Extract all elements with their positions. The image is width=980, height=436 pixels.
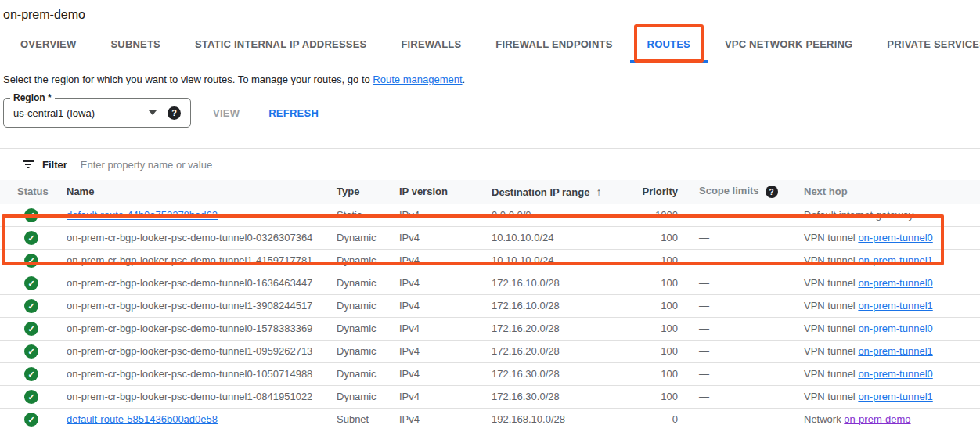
tab-subnets[interactable]: SUBNETS: [93, 26, 178, 63]
name-cell: on-prem-cr-bgp-looker-psc-demo-tunnel0-1…: [67, 362, 337, 385]
type-cell: Dynamic: [337, 226, 399, 249]
route-name: on-prem-cr-bgp-looker-psc-demo-tunnel0-0…: [67, 232, 312, 243]
name-cell: on-prem-cr-bgp-looker-psc-demo-tunnel1-4…: [67, 249, 337, 272]
status-cell: ✓: [0, 317, 67, 340]
priority-cell: 100: [609, 385, 679, 408]
scope-limits-cell: —: [679, 294, 804, 317]
table-row: ✓default-route-5851436b00ad0e58SubnetIPv…: [0, 408, 980, 431]
next-hop-cell: VPN tunnel on-prem-tunnel1: [804, 340, 980, 362]
name-cell: on-prem-cr-bgp-looker-psc-demo-tunnel1-0…: [67, 340, 337, 362]
next-hop-link[interactable]: on-prem-tunnel1: [858, 300, 932, 312]
column-status: Status: [0, 180, 67, 204]
column-ip-version[interactable]: IP version: [399, 180, 492, 204]
status-cell: ✓: [0, 272, 67, 294]
refresh-button[interactable]: REFRESH: [268, 107, 319, 119]
next-hop-link[interactable]: on-prem-tunnel1: [858, 254, 932, 266]
status-cell: ✓: [0, 226, 67, 249]
route-name-link[interactable]: default-route-44b0a753278bad62: [67, 209, 218, 221]
priority-cell: 100: [609, 226, 679, 249]
route-name-link[interactable]: default-route-5851436b00ad0e58: [67, 413, 218, 425]
name-cell: on-prem-cr-bgp-looker-psc-demo-tunnel0-0…: [67, 226, 337, 249]
route-name: on-prem-cr-bgp-looker-psc-demo-tunnel0-1…: [67, 368, 312, 380]
scope-limits-cell: —: [679, 272, 804, 294]
priority-cell: 100: [609, 249, 679, 272]
name-cell: on-prem-cr-bgp-looker-psc-demo-tunnel0-1…: [67, 272, 337, 294]
scope-limits-cell: —: [679, 385, 804, 408]
table-row: ✓on-prem-cr-bgp-looker-psc-demo-tunnel1-…: [0, 340, 980, 362]
tab-firewalls[interactable]: FIREWALLS: [384, 26, 478, 63]
status-ok-icon: ✓: [24, 367, 38, 381]
table-row: ✓on-prem-cr-bgp-looker-psc-demo-tunnel0-…: [0, 317, 980, 340]
next-hop-link[interactable]: on-prem-demo: [844, 413, 910, 425]
name-cell: default-route-44b0a753278bad62: [67, 204, 337, 226]
table-row: ✓on-prem-cr-bgp-looker-psc-demo-tunnel1-…: [0, 294, 980, 317]
status-ok-icon: ✓: [24, 390, 38, 404]
status-ok-icon: ✓: [24, 344, 38, 359]
name-cell: on-prem-cr-bgp-looker-psc-demo-tunnel0-1…: [67, 317, 337, 340]
next-hop-cell: VPN tunnel on-prem-tunnel1: [804, 249, 980, 272]
next-hop-link[interactable]: on-prem-tunnel0: [858, 322, 932, 334]
type-cell: Dynamic: [337, 362, 399, 385]
next-hop-cell: VPN tunnel on-prem-tunnel1: [804, 294, 980, 317]
route-management-link[interactable]: Route management: [373, 74, 462, 85]
type-cell: Subnet: [337, 408, 399, 431]
page-title: on-prem-demo: [0, 0, 980, 23]
next-hop-link[interactable]: on-prem-tunnel0: [858, 277, 932, 289]
region-select[interactable]: Region * us-central1 (Iowa) ?: [3, 98, 191, 128]
sort-ascending-icon: ↑: [596, 186, 601, 198]
next-hop-text: VPN tunnel: [804, 300, 858, 312]
destination-ip-range-cell: 192.168.10.0/28: [492, 408, 609, 431]
tab-static-internal-ip-addresses[interactable]: STATIC INTERNAL IP ADDRESSES: [178, 26, 384, 63]
tab-firewall-endpoints[interactable]: FIREWALL ENDPOINTS: [478, 26, 629, 63]
next-hop-link[interactable]: on-prem-tunnel0: [858, 368, 932, 380]
name-cell: on-prem-cr-bgp-looker-psc-demo-tunnel1-0…: [67, 385, 337, 408]
destination-ip-range-cell: 10.10.10.0/24: [492, 226, 609, 249]
priority-cell: 1000: [609, 204, 679, 226]
ip-version-cell: IPv4: [399, 385, 492, 408]
next-hop-cell: VPN tunnel on-prem-tunnel0: [804, 272, 980, 294]
priority-cell: 100: [609, 362, 679, 385]
view-button[interactable]: VIEW: [213, 107, 240, 119]
next-hop-cell: Network on-prem-demo: [804, 408, 980, 431]
route-name: on-prem-cr-bgp-looker-psc-demo-tunnel1-4…: [67, 254, 312, 266]
next-hop-text: VPN tunnel: [804, 277, 858, 289]
route-name: on-prem-cr-bgp-looker-psc-demo-tunnel0-1…: [67, 277, 312, 289]
region-help-icon[interactable]: ?: [168, 106, 181, 120]
filter-input[interactable]: [81, 159, 409, 171]
scope-limits-help-icon[interactable]: ?: [766, 186, 778, 198]
status-ok-icon: ✓: [24, 299, 38, 313]
table-row: ✓on-prem-cr-bgp-looker-psc-demo-tunnel1-…: [0, 385, 980, 408]
routes-table-card: Filter Status Name Type IP version Desti…: [0, 148, 980, 431]
status-cell: ✓: [0, 340, 67, 362]
next-hop-link[interactable]: on-prem-tunnel0: [858, 232, 932, 243]
table-header-row: Status Name Type IP version Destination …: [0, 180, 980, 204]
column-next-hop: Next hop: [804, 180, 980, 204]
scope-limits-cell: —: [679, 408, 804, 431]
tab-vpc-network-peering[interactable]: VPC NETWORK PEERING: [708, 26, 870, 63]
route-name: on-prem-cr-bgp-looker-psc-demo-tunnel1-0…: [67, 391, 312, 402]
status-ok-icon: ✓: [24, 276, 38, 290]
column-scope-limits: Scope limits?: [679, 180, 804, 204]
table-row: ✓on-prem-cr-bgp-looker-psc-demo-tunnel1-…: [0, 249, 980, 272]
next-hop-link[interactable]: on-prem-tunnel1: [858, 391, 932, 402]
ip-version-cell: IPv4: [399, 249, 492, 272]
column-name[interactable]: Name: [67, 180, 337, 204]
column-priority[interactable]: Priority: [609, 180, 679, 204]
tab-overview[interactable]: OVERVIEW: [3, 26, 93, 63]
destination-ip-range-cell: 172.16.30.0/28: [492, 362, 609, 385]
chevron-down-icon: [149, 110, 157, 115]
next-hop-text: VPN tunnel: [804, 322, 858, 334]
column-destination-ip-range[interactable]: Destination IP range↑: [492, 180, 609, 204]
column-type[interactable]: Type: [337, 180, 399, 204]
tab-routes[interactable]: ROUTES: [630, 26, 708, 63]
type-cell: Dynamic: [337, 340, 399, 362]
region-row: Region * us-central1 (Iowa) ? VIEW REFRE…: [3, 94, 980, 132]
table-row: ✓on-prem-cr-bgp-looker-psc-demo-tunnel0-…: [0, 272, 980, 294]
routes-description-period: .: [463, 74, 466, 85]
next-hop-link[interactable]: on-prem-tunnel1: [858, 345, 932, 357]
tab-private-services-access[interactable]: PRIVATE SERVICES ACCESS: [870, 26, 980, 63]
ip-version-cell: IPv4: [399, 272, 492, 294]
table-row: ✓on-prem-cr-bgp-looker-psc-demo-tunnel0-…: [0, 226, 980, 249]
ip-version-cell: IPv4: [399, 317, 492, 340]
next-hop-cell: VPN tunnel on-prem-tunnel0: [804, 226, 980, 249]
